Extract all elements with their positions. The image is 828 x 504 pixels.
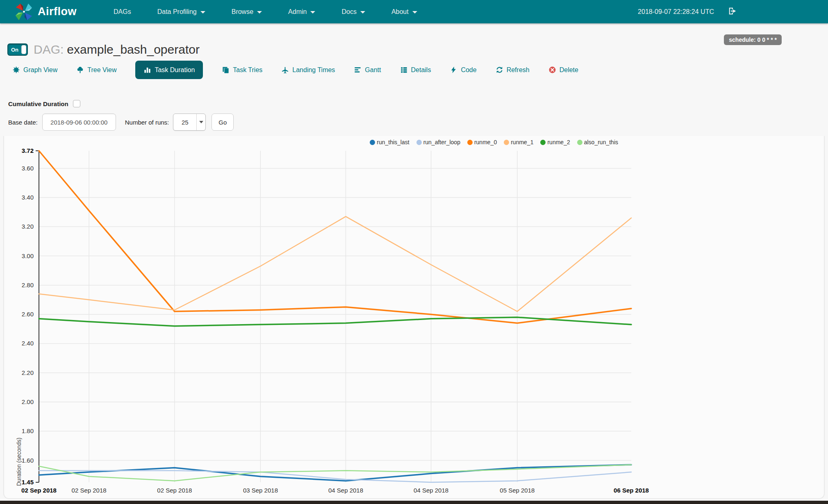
num-runs-select[interactable]: 25 (173, 114, 206, 131)
legend-swatch-icon (467, 140, 473, 145)
caret-down-icon (360, 11, 365, 14)
caret-down-icon (196, 114, 205, 130)
y-tick-label: 1.45 (22, 479, 34, 486)
tab-code[interactable]: Code (450, 61, 476, 79)
series-line-runme-2 (39, 317, 631, 326)
x-tick-label: 04 Sep 2018 (414, 487, 448, 494)
duplicate-icon (222, 66, 230, 74)
bolt-icon (450, 66, 457, 74)
nav-item-label: Browse (232, 8, 253, 16)
dag-on-toggle[interactable]: On (7, 43, 28, 56)
number-of-runs-label: Number of runs: (125, 119, 169, 126)
tab-delete[interactable]: Delete (548, 61, 578, 79)
logout-button[interactable] (728, 7, 737, 17)
brand-link[interactable]: Airflow (15, 3, 77, 21)
nav-item-label: Admin (288, 8, 307, 16)
legend-swatch-icon (504, 140, 509, 145)
nav-item-browse[interactable]: Browse (218, 0, 275, 23)
nav-item-dags[interactable]: DAGs (100, 0, 144, 23)
tab-label: Task Duration (155, 66, 195, 74)
legend-item-also-run-this[interactable]: also_run_this (577, 139, 618, 145)
y-tick-label: 3.20 (22, 223, 34, 230)
nav-item-label: Docs (341, 8, 356, 16)
view-tabs: Graph ViewTree ViewTask DurationTask Tri… (12, 61, 578, 79)
legend-label: run_this_last (377, 139, 409, 145)
y-tick-label: 2.00 (22, 398, 34, 405)
refresh-icon (496, 66, 503, 74)
y-tick-label: 3.40 (22, 194, 34, 201)
legend-label: also_run_this (584, 139, 618, 145)
x-tick-label: 02 Sep 2018 (21, 487, 57, 494)
tab-label: Task Tries (233, 66, 262, 74)
chart-plot: 1.451.601.802.002.202.402.602.803.003.20… (0, 135, 828, 504)
x-tick-label: 02 Sep 2018 (157, 487, 192, 494)
tree-icon (76, 66, 84, 74)
x-tick-label: 06 Sep 2018 (614, 487, 649, 494)
navbar-menu: DAGsData ProfilingBrowseAdminDocsAbout (100, 0, 430, 23)
caret-down-icon (412, 11, 417, 14)
tab-gantt[interactable]: Gantt (354, 61, 381, 79)
nav-item-label: About (391, 8, 409, 16)
base-date-label: Base date: (8, 119, 38, 126)
legend-item-runme-1[interactable]: runme_1 (504, 139, 533, 145)
dag-name: example_bash_operator (67, 43, 200, 56)
bar-chart-icon (143, 66, 151, 74)
series-line-runme-0 (39, 151, 631, 323)
tab-graph-view[interactable]: Graph View (12, 61, 57, 79)
legend-swatch-icon (416, 140, 422, 145)
tab-label: Code (461, 66, 476, 74)
tab-tree-view[interactable]: Tree View (76, 61, 116, 79)
x-tick-label: 02 Sep 2018 (72, 487, 107, 494)
burst-icon (12, 66, 20, 74)
y-tick-label: 3.60 (22, 165, 34, 172)
tab-label: Delete (560, 66, 578, 74)
y-tick-label: 2.20 (22, 369, 34, 376)
caret-down-icon (257, 11, 262, 14)
go-button[interactable]: Go (212, 114, 234, 131)
y-tick-label: 3.72 (22, 147, 34, 154)
legend-item-run-after-loop[interactable]: run_after_loop (416, 139, 460, 145)
nav-item-docs[interactable]: Docs (328, 0, 378, 23)
tab-task-duration[interactable]: Task Duration (135, 61, 203, 79)
nav-item-admin[interactable]: Admin (275, 0, 328, 23)
legend-label: runme_0 (474, 139, 497, 145)
cumulative-duration-label: Cumulative Duration (8, 100, 68, 107)
tab-task-tries[interactable]: Task Tries (222, 61, 262, 79)
nav-item-label: DAGs (114, 8, 131, 16)
tab-label: Details (411, 66, 431, 74)
tab-label: Refresh (507, 66, 530, 74)
tab-refresh[interactable]: Refresh (496, 61, 530, 79)
y-axis-label: Duration (seconds) (16, 438, 22, 486)
base-date-input[interactable] (42, 114, 116, 131)
utc-clock: 2018-09-07 22:28:24 UTC (638, 8, 714, 16)
legend-item-runme-0[interactable]: runme_0 (467, 139, 497, 145)
cumulative-duration-row: Cumulative Duration (8, 100, 80, 107)
y-tick-label: 1.80 (22, 427, 34, 434)
legend-swatch-icon (540, 140, 546, 145)
legend-swatch-icon (577, 140, 582, 145)
legend-item-runme-2[interactable]: runme_2 (540, 139, 570, 145)
airflow-logo-icon (15, 3, 33, 21)
tab-details[interactable]: Details (400, 61, 431, 79)
chart-legend: run_this_lastrun_after_looprunme_0runme_… (370, 139, 618, 145)
x-tick-label: 03 Sep 2018 (243, 487, 278, 494)
schedule-badge: schedule: 0 0 * * * (724, 34, 782, 45)
legend-label: runme_1 (511, 139, 533, 145)
chart-controls-form: Base date: Number of runs: 25 Go (8, 113, 234, 131)
tab-label: Gantt (365, 66, 381, 74)
logout-icon (728, 7, 737, 17)
y-tick-label: 3.00 (22, 252, 34, 259)
align-left-icon (354, 66, 362, 74)
legend-item-run-this-last[interactable]: run_this_last (370, 139, 409, 145)
delete-icon (548, 66, 556, 74)
cumulative-duration-checkbox[interactable] (73, 100, 80, 107)
plane-icon (281, 66, 289, 74)
nav-item-data-profiling[interactable]: Data Profiling (144, 0, 218, 23)
y-tick-label: 2.40 (22, 340, 34, 347)
dag-header: On DAG:example_bash_operator (7, 43, 200, 57)
legend-label: run_after_loop (423, 139, 460, 145)
page-title: DAG:example_bash_operator (34, 43, 200, 57)
y-tick-label: 1.60 (22, 457, 34, 464)
nav-item-about[interactable]: About (378, 0, 430, 23)
tab-landing-times[interactable]: Landing Times (281, 61, 335, 79)
